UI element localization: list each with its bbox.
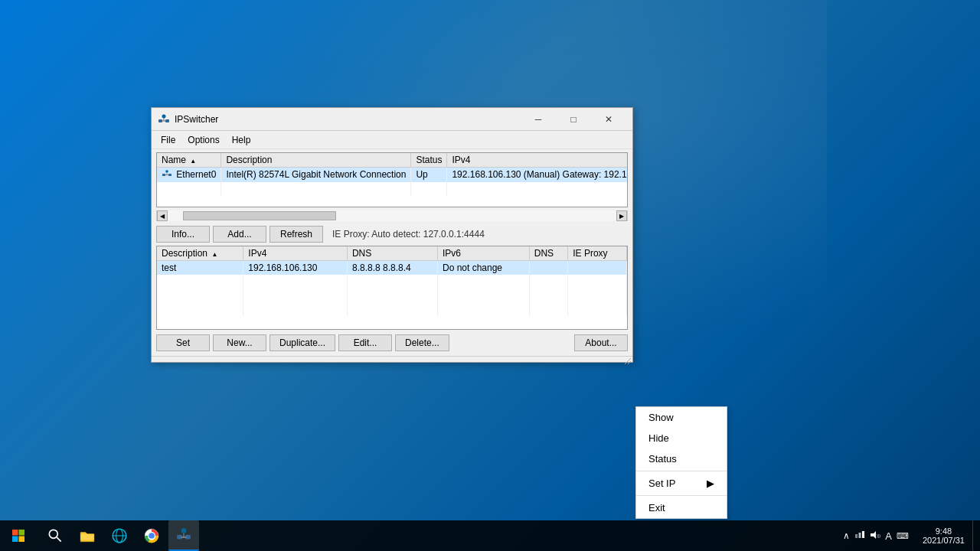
delete-button[interactable]: Delete... [395,334,449,351]
taskbar-chrome-button[interactable] [136,520,167,551]
col-name[interactable]: Name ▲ [157,153,221,168]
svg-text:)))): )))) [877,533,880,538]
folder-icon [79,527,96,544]
ipswitcher-taskbar-icon [175,527,192,543]
adapter-status-cell: Up [411,168,447,182]
svg-rect-30 [859,533,861,538]
pcol-ipv4[interactable]: IPv4 [243,246,348,261]
adapter-row[interactable]: Ethernet0 Intel(R) 82574L Gigabit Networ… [157,168,628,182]
pcol-ieproxy[interactable]: IE Proxy [568,246,627,261]
menu-file[interactable]: File [155,133,181,147]
svg-rect-12 [12,530,18,536]
refresh-button[interactable]: Refresh [270,226,323,243]
maximize-button[interactable]: □ [556,108,591,131]
profile-row-empty-3 [157,302,627,316]
resize-icon [622,355,631,364]
svg-point-16 [49,530,57,538]
clock-date: 2021/07/31 [923,536,965,545]
show-desktop-button[interactable] [972,520,977,551]
col-description[interactable]: Description [221,153,411,168]
tray-network-icon[interactable] [854,530,865,543]
svg-rect-14 [12,536,18,543]
taskbar: ∧ )))) A ⌨ [0,520,980,551]
profile-row[interactable]: test 192.168.106.130 8.8.8.8 8.8.8.4 Do … [157,261,627,276]
desktop: IPSwitcher ─ □ ✕ File Options Help Name … [0,0,980,551]
svg-rect-26 [181,536,187,538]
volume-tray-icon: )))) [870,530,880,540]
taskbar-ipswitcher-button[interactable] [168,520,199,551]
menu-help[interactable]: Help [226,133,257,147]
pcol-dns[interactable]: DNS [347,246,437,261]
scroll-left-btn[interactable]: ◀ [157,210,168,221]
pcol-description[interactable]: Description ▲ [157,246,243,261]
adapter-table: Name ▲ Description Status IPv4 [157,153,628,196]
adapter-row-empty [157,182,628,196]
profile-table: Description ▲ IPv4 DNS IPv6 DNS IE Proxy… [157,246,627,316]
close-button[interactable]: ✕ [591,108,626,131]
taskbar-app3-button[interactable] [104,520,135,551]
svg-marker-32 [871,531,876,539]
svg-rect-18 [80,534,94,540]
set-button[interactable]: Set [156,334,210,351]
menu-options[interactable]: Options [181,133,225,147]
new-button[interactable]: New... [213,334,266,351]
ctx-setip[interactable]: Set IP ▶ [636,473,727,494]
tray-ime-icon[interactable]: A [885,530,892,542]
minimize-button[interactable]: ─ [521,108,556,131]
chrome-icon [143,527,160,544]
ctx-hide[interactable]: Hide [636,428,727,448]
window-controls: ─ □ ✕ [521,108,626,131]
clock-time: 9:48 [936,527,952,536]
svg-point-8 [165,170,168,173]
tray-keyboard-icon[interactable]: ⌨ [897,531,909,541]
ctx-separator-2 [636,495,727,496]
svg-rect-2 [162,120,166,121]
tray-chevron[interactable]: ∧ [843,530,850,541]
profile-ipv4-cell: 192.168.106.130 [243,261,348,276]
adapter-name-cell: Ethernet0 [157,168,221,182]
tray-volume-icon[interactable]: )))) [870,530,880,543]
scroll-right-btn[interactable]: ▶ [616,210,627,221]
system-tray: ∧ )))) A ⌨ [837,520,915,551]
start-button[interactable] [0,520,37,551]
profile-row-empty-2 [157,289,627,302]
ctx-exit[interactable]: Exit [636,497,727,518]
network-adapter-icon [162,170,172,181]
pcol-ipv6[interactable]: IPv6 [437,246,529,261]
ctx-status[interactable]: Status [636,448,727,469]
window-title: IPSwitcher [175,114,521,125]
network-icon [111,527,128,544]
ctx-show[interactable]: Show [636,407,727,428]
profile-dns2-cell [529,261,567,276]
adapter-buttons-row: Info... Add... Refresh IE Proxy: Auto de… [152,223,632,246]
taskbar-filemanager-button[interactable] [72,520,103,551]
resize-handle[interactable] [152,356,632,362]
windows-logo-icon [11,529,25,543]
app-icon [158,113,170,126]
scroll-thumb[interactable] [183,211,336,220]
about-button[interactable]: About... [574,334,628,351]
svg-rect-1 [165,119,169,122]
svg-rect-6 [168,174,172,176]
duplicate-button[interactable]: Duplicate... [270,334,335,351]
add-button[interactable]: Add... [213,226,266,243]
ie-proxy-status: IE Proxy: Auto detect: 127.0.0.1:4444 [332,229,485,240]
edit-button[interactable]: Edit... [338,334,392,351]
svg-rect-31 [862,531,864,538]
profile-ipv6-cell: Do not change [437,261,529,276]
pcol-dns2[interactable]: DNS [529,246,567,261]
col-status[interactable]: Status [411,153,447,168]
scroll-track[interactable] [168,210,616,221]
sort-arrow-name: ▲ [190,158,196,165]
ipswitcher-window: IPSwitcher ─ □ ✕ File Options Help Name … [151,107,633,363]
svg-line-17 [57,537,61,542]
taskbar-clock[interactable]: 9:48 2021/07/31 [916,520,971,551]
svg-rect-0 [158,119,162,122]
col-ipv4[interactable]: IPv4 [447,153,628,168]
taskbar-search-button[interactable] [40,520,70,551]
profile-dns-cell: 8.8.8.8 8.8.8.4 [347,261,437,276]
menubar: File Options Help [152,131,632,149]
svg-rect-5 [162,174,165,176]
horizontal-scrollbar[interactable]: ◀ ▶ [156,210,628,221]
info-button[interactable]: Info... [156,226,210,243]
